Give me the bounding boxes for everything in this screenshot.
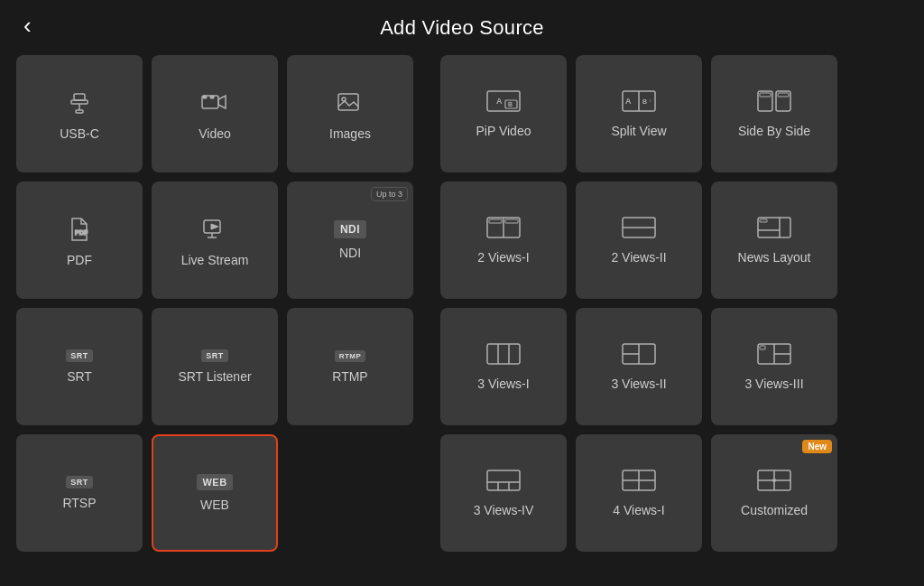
svg-rect-3 (76, 110, 83, 113)
video-icon (199, 87, 231, 119)
page-header: ‹ Add Video Source (0, 0, 924, 51)
3views3-label: 3 Views-III (744, 377, 803, 391)
grid-item-ndi[interactable]: Up to 3 NDI NDI (287, 181, 413, 299)
svg-text:B: B (508, 101, 513, 107)
3views3-icon (756, 342, 792, 369)
svg-rect-36 (758, 218, 790, 237)
back-button[interactable]: ‹ (16, 14, 39, 37)
grid-item-srt[interactable]: SRT SRT (16, 308, 143, 425)
pip-icon: A B (485, 89, 522, 116)
svg-rect-27 (778, 93, 789, 97)
svg-rect-26 (760, 93, 771, 97)
4views1-label: 4 Views-I (613, 503, 664, 517)
svg-rect-39 (760, 219, 767, 222)
pip-label: PiP Video (476, 124, 531, 138)
newslayout-label: News Layout (738, 250, 811, 265)
grid-item-splitview[interactable]: A B ↕ Split View (576, 55, 702, 172)
svg-text:B: B (642, 98, 647, 105)
customized-label: Customized (741, 503, 808, 517)
sidebyside-label: Side By Side (738, 124, 810, 138)
livestream-label: Live Stream (181, 253, 249, 267)
svg-rect-30 (489, 219, 502, 223)
3views2-label: 3 Views-II (611, 377, 666, 391)
images-icon (334, 87, 366, 119)
svg-rect-8 (338, 94, 358, 110)
grid-item-3views2[interactable]: 3 Views-II (576, 308, 702, 425)
newslayout-icon (756, 216, 792, 243)
grid-item-rtmp[interactable]: RTMP RTMP (287, 308, 413, 425)
customized-badge: New (802, 440, 832, 453)
rtmp-icon: RTMP (335, 350, 366, 362)
svg-text:A: A (496, 97, 503, 106)
srt-listener-label: SRT Listener (178, 369, 251, 384)
images-label: Images (329, 126, 371, 141)
srt-icon: SRT (66, 349, 93, 362)
ndi-icon: NDI (334, 220, 366, 238)
grid-item-images[interactable]: Images (287, 55, 413, 172)
customized-icon (756, 469, 792, 496)
pdf-label: PDF (67, 253, 92, 267)
web-icon: WEB (197, 474, 232, 490)
svg-rect-40 (487, 344, 520, 364)
svg-rect-49 (760, 346, 765, 349)
svg-rect-34 (624, 219, 653, 226)
svg-rect-31 (505, 219, 518, 223)
grid-item-3views3[interactable]: 3 Views-III (711, 308, 837, 425)
svg-rect-1 (71, 100, 88, 104)
grid-item-newslayout[interactable]: News Layout (711, 181, 837, 299)
left-panel: USB-C Video Ima (16, 51, 413, 578)
usbc-label: USB-C (60, 126, 99, 141)
svg-marker-7 (218, 96, 226, 108)
2views1-icon (485, 216, 522, 243)
4views1-icon (621, 469, 657, 496)
main-content: USB-C Video Ima (0, 51, 924, 578)
splitview-icon: A B ↕ (621, 89, 657, 116)
grid-item-srt-listener[interactable]: SRT SRT Listener (152, 308, 278, 425)
rtsp-label: RTSP (62, 496, 96, 510)
2views2-icon (621, 216, 657, 243)
grid-item-4views1[interactable]: 4 Views-I (576, 434, 702, 552)
rtmp-label: RTMP (332, 369, 367, 384)
svg-marker-12 (211, 224, 218, 229)
pdf-icon: PDF (63, 213, 96, 246)
grid-item-sidebyside[interactable]: Side By Side (711, 55, 837, 172)
sidebyside-icon (756, 89, 792, 116)
grid-item-usbc[interactable]: USB-C (16, 55, 143, 172)
splitview-label: Split View (611, 124, 666, 138)
srt-label: SRT (67, 369, 92, 384)
3views1-icon (485, 342, 522, 369)
svg-text:A: A (625, 97, 632, 106)
video-label: Video (199, 126, 231, 141)
page-title: Add Video Source (0, 16, 924, 40)
2views1-label: 2 Views-I (477, 250, 529, 265)
rtsp-icon: SRT (66, 476, 93, 488)
3views4-icon (485, 469, 522, 496)
svg-text:PDF: PDF (75, 229, 88, 236)
svg-text:↕: ↕ (649, 98, 651, 103)
grid-item-rtsp[interactable]: SRT RTSP (16, 434, 143, 552)
3views2-icon (621, 342, 657, 369)
grid-item-3views4[interactable]: 3 Views-IV (440, 434, 567, 552)
3views1-label: 3 Views-I (477, 377, 529, 391)
svg-rect-50 (487, 470, 520, 490)
livestream-icon (199, 213, 231, 246)
grid-item-livestream[interactable]: Live Stream (152, 181, 278, 299)
3views4-label: 3 Views-IV (474, 503, 534, 517)
right-panel: A B PiP Video A B ↕ Split View (440, 51, 837, 578)
grid-item-3views1[interactable]: 3 Views-I (440, 308, 567, 425)
grid-item-pdf[interactable]: PDF PDF (16, 181, 143, 299)
web-label: WEB (200, 498, 229, 512)
grid-item-video[interactable]: Video (152, 55, 278, 172)
grid-item-pip[interactable]: A B PiP Video (440, 55, 567, 172)
grid-item-2views1[interactable]: 2 Views-I (440, 181, 567, 299)
svg-rect-5 (203, 96, 207, 98)
ndi-label: NDI (339, 246, 361, 260)
grid-item-2views2[interactable]: 2 Views-II (576, 181, 702, 299)
2views2-label: 2 Views-II (611, 250, 666, 265)
svg-rect-35 (624, 229, 653, 236)
svg-rect-0 (74, 94, 85, 100)
grid-item-web[interactable]: WEB WEB (152, 434, 278, 552)
grid-item-customized[interactable]: New Customized (711, 434, 837, 552)
srt-listener-icon: SRT (201, 349, 228, 362)
ndi-badge: Up to 3 (371, 187, 408, 201)
